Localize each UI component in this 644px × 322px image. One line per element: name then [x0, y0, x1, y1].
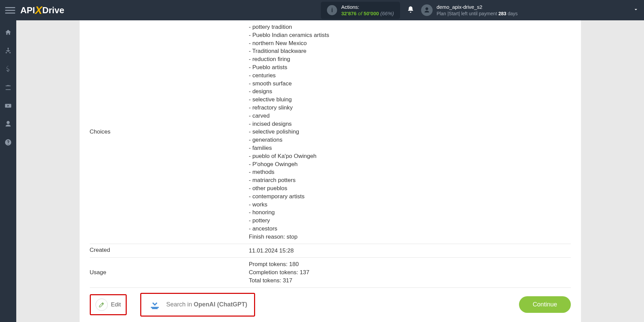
user-plan: Plan |Start| left until payment 283 days: [437, 11, 518, 17]
created-label: Created: [90, 247, 249, 255]
logo-x-icon: X: [35, 4, 42, 17]
created-row: Created 11.01.2024 15:28: [90, 244, 571, 258]
search-in-button[interactable]: Search in OpenAI (ChatGPT): [140, 293, 255, 317]
search-text: Search in OpenAI (ChatGPT): [166, 301, 247, 308]
actions-used: 32'876: [341, 11, 356, 16]
footer-actions: Edit Search in OpenAI (ChatGPT) Continue: [90, 288, 571, 317]
user-icon[interactable]: [4, 120, 12, 129]
edit-button[interactable]: Edit: [90, 294, 127, 315]
choices-value: - pottery tradition - Pueblo Indian cera…: [249, 23, 571, 241]
logo-text-1: API: [20, 5, 35, 16]
logo[interactable]: APIXDrive: [20, 4, 64, 17]
actions-text: Actions: 32'876 of 50'000 (66%): [341, 4, 394, 17]
choices-row: Choices - pottery tradition - Pueblo Ind…: [90, 20, 571, 244]
sidebar: [0, 20, 16, 322]
menu-button[interactable]: [5, 5, 15, 15]
actions-pct: (66%): [380, 11, 394, 16]
help-icon[interactable]: [4, 139, 12, 147]
topbar: APIXDrive i Actions: 32'876 of 50'000 (6…: [0, 0, 644, 20]
home-icon[interactable]: [4, 29, 12, 38]
logo-text-2: Drive: [42, 5, 64, 16]
notifications-icon[interactable]: [407, 6, 414, 15]
actions-counter[interactable]: i Actions: 32'876 of 50'000 (66%): [321, 2, 400, 19]
username: demo_apix-drive_s2: [437, 3, 518, 11]
usage-row: Usage Prompt tokens: 180 Completion toke…: [90, 258, 571, 287]
avatar-icon: [421, 4, 433, 16]
choices-label: Choices: [90, 128, 249, 135]
edit-label: Edit: [111, 301, 121, 308]
usage-value: Prompt tokens: 180 Completion tokens: 13…: [249, 260, 571, 284]
created-value: 11.01.2024 15:28: [249, 247, 571, 255]
connections-icon[interactable]: [4, 47, 12, 56]
dollar-icon[interactable]: [4, 65, 12, 74]
chevron-down-icon[interactable]: [633, 6, 639, 14]
card: Choices - pottery tradition - Pueblo Ind…: [80, 20, 581, 322]
actions-of: of: [358, 11, 362, 16]
info-icon: i: [327, 5, 337, 15]
user-block[interactable]: demo_apix-drive_s2 Plan |Start| left unt…: [421, 3, 518, 17]
pencil-icon: [96, 299, 108, 311]
actions-label: Actions:: [341, 4, 394, 11]
main-content: Choices - pottery tradition - Pueblo Ind…: [16, 20, 644, 322]
actions-total: 50'000: [363, 11, 379, 16]
usage-label: Usage: [90, 269, 249, 276]
download-icon: [148, 297, 162, 312]
youtube-icon[interactable]: [4, 102, 12, 111]
user-info: demo_apix-drive_s2 Plan |Start| left unt…: [437, 3, 518, 17]
continue-button[interactable]: Continue: [519, 296, 570, 313]
briefcase-icon[interactable]: [4, 84, 12, 93]
